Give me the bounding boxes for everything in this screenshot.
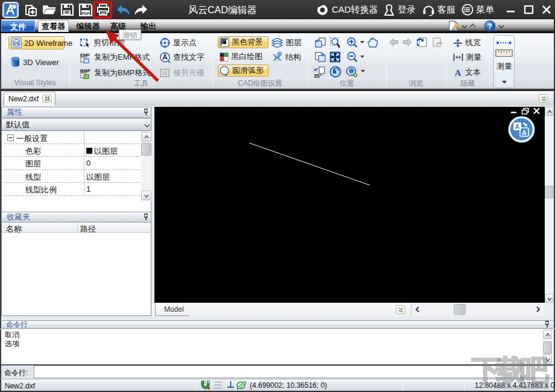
svg-text:EMF: EMF [80, 52, 90, 57]
svg-text:A: A [455, 68, 461, 77]
svg-text:?: ? [487, 22, 492, 31]
svg-text:BMP: BMP [80, 68, 90, 73]
svg-text:A: A [515, 123, 520, 130]
svg-text:PDF: PDF [82, 11, 90, 16]
svg-text:35°: 35° [314, 73, 322, 78]
svg-text:A: A [522, 129, 527, 136]
